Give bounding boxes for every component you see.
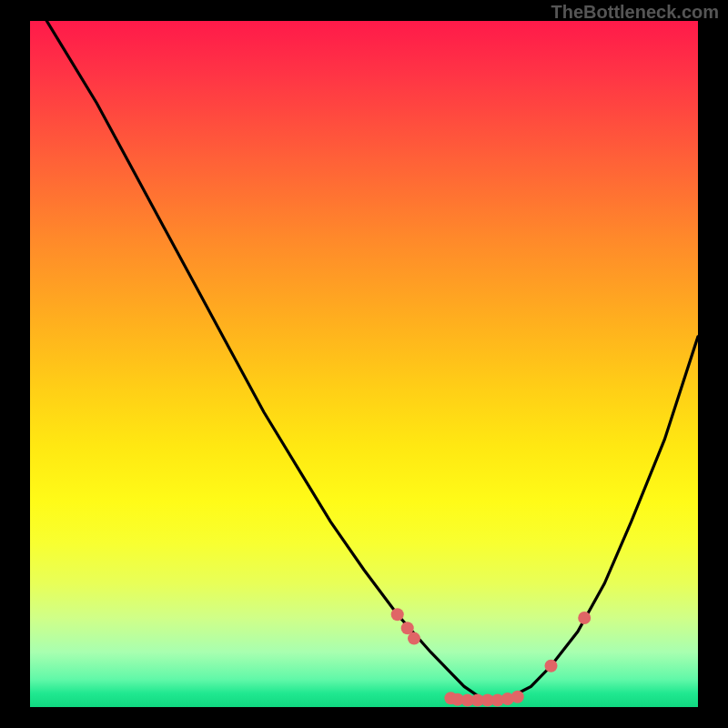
data-marker bbox=[391, 608, 404, 621]
data-marker bbox=[511, 691, 524, 703]
watermark-text: TheBottleneck.com bbox=[551, 2, 719, 23]
bottleneck-curve bbox=[30, 21, 698, 701]
plot-area bbox=[30, 21, 698, 707]
marker-group bbox=[391, 608, 592, 706]
curve-layer bbox=[30, 21, 698, 707]
data-marker bbox=[408, 632, 420, 645]
data-marker bbox=[545, 660, 558, 672]
data-marker bbox=[578, 612, 591, 624]
